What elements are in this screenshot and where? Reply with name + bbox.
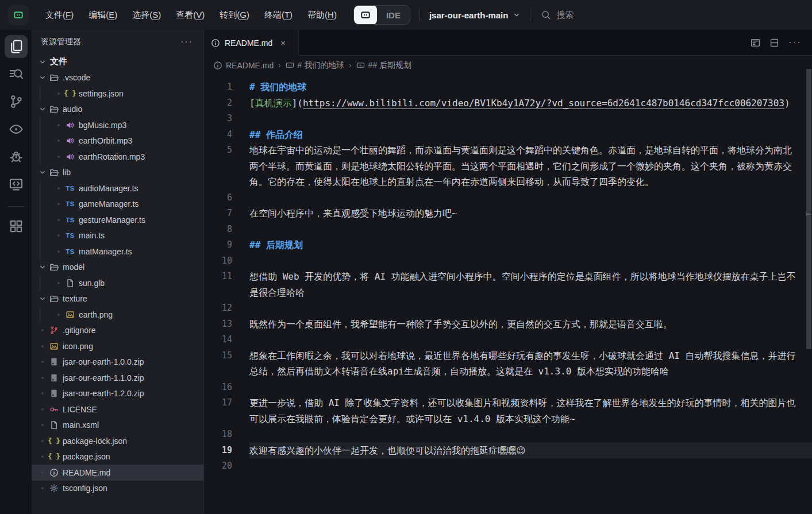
code-line-20[interactable]: 20 (204, 458, 812, 474)
ide-label: IDE (377, 10, 410, 20)
indent-guide (37, 133, 53, 149)
tree-file-package.json[interactable]: { }package.json (32, 449, 203, 465)
tab-readme[interactable]: README.md × (204, 30, 299, 56)
tree-folder-audio[interactable]: audio (32, 102, 203, 118)
code-line-8[interactable]: 8 (204, 222, 812, 238)
line-text (249, 380, 796, 396)
breadcrumb-item[interactable]: ## 后期规划 (356, 60, 411, 71)
tree-file-audioManager.ts[interactable]: TSaudioManager.ts (32, 180, 203, 196)
activity-source-control[interactable] (5, 90, 28, 113)
activity-simulator[interactable] (5, 173, 28, 196)
zip-icon (48, 389, 60, 398)
activity-apps[interactable] (5, 215, 28, 238)
line-text (249, 222, 796, 238)
tree-file-main.ts[interactable]: TSmain.ts (32, 228, 203, 244)
tree-item-label: gestureManager.ts (79, 215, 145, 225)
tree-item-bullet (37, 329, 48, 331)
titlebar-separator (530, 9, 530, 21)
code-line-19[interactable]: 19欢迎有感兴趣的小伙伴一起开发，也顺便可以治治我的拖延症嘿嘿😉 (204, 443, 812, 459)
editor-scrollbar[interactable] (806, 69, 811, 349)
code-line-1[interactable]: 1# 我们的地球 (204, 79, 812, 95)
code-line-18[interactable]: 18 (204, 427, 812, 443)
line-text: 在空间小程序中，来直观感受下地球运动的魅力吧~ (249, 206, 796, 222)
breadcrumb-item[interactable]: # 我们的地球 (286, 60, 345, 71)
chevron-down-icon (37, 74, 48, 82)
code-line-13[interactable]: 13既然作为一个桌面组件，我希望能有一种除了手势交互以外的，更自然的交互方式，那… (204, 316, 812, 333)
code-line-9[interactable]: 9## 后期规划 (204, 237, 812, 253)
tree-file-sun.glb[interactable]: sun.glb (32, 275, 203, 291)
breadcrumb-item[interactable]: README.md (213, 61, 274, 70)
project-switcher[interactable]: jsar-our-earth-main (429, 10, 521, 20)
editor-content[interactable]: 1# 我们的地球2[真机演示](https://www.bilibili.com… (204, 75, 812, 514)
tree-file-earthOrbit.mp3[interactable]: earthOrbit.mp3 (32, 133, 203, 149)
ide-badge-icon (354, 5, 377, 25)
markdown-badge-icon (286, 61, 294, 69)
line-number: 14 (204, 332, 232, 348)
line-text: 地球在宇宙中的运动是一个壮丽的舞蹈，而赤道面与黄道面则是这个舞蹈中的关键角色。赤… (249, 142, 796, 190)
close-icon[interactable]: × (280, 38, 286, 48)
tree-file-LICENSE[interactable]: LICENSE (32, 401, 203, 418)
tree-file-package-lock.json[interactable]: { }package-lock.json (32, 433, 203, 449)
code-line-10[interactable]: 10 (204, 253, 812, 269)
code-line-17[interactable]: 17更进一步说，借助 AI 除了收集文字资料，还可以收集图片和视频资料呀，这样我… (204, 395, 812, 427)
tree-file-gameManager.ts[interactable]: TSgameManager.ts (32, 196, 203, 212)
menu-edit[interactable]: 编辑(E) (81, 0, 125, 30)
tree-file-earthRotation.mp3[interactable]: earthRotation.mp3 (32, 149, 203, 165)
tree-item-bullet (53, 156, 64, 158)
chevron-down-icon (37, 58, 48, 66)
menu-terminal[interactable]: 终端(T) (257, 0, 300, 30)
tree-folder-texture[interactable]: texture (32, 291, 203, 307)
tree-folder-lib[interactable]: lib (32, 165, 203, 181)
code-line-11[interactable]: 11想借助 Web 开发的优势，将 AI 功能融入进空间小程序中。空间小程序的定… (204, 269, 812, 300)
tree-file-settings.json[interactable]: { }settings.json (32, 86, 203, 102)
ide-mode-toggle[interactable]: IDE (353, 5, 410, 25)
tree-file-bgMusic.mp3[interactable]: bgMusic.mp3 (32, 117, 203, 133)
activity-explorer[interactable] (5, 35, 28, 58)
tree-item-label: icon.png (63, 342, 93, 351)
open-preview-button[interactable] (751, 38, 760, 48)
menu-help[interactable]: 帮助(H) (300, 0, 344, 30)
code-line-12[interactable]: 12 (204, 300, 812, 316)
tree-file-earth.png[interactable]: earth.png (32, 307, 203, 323)
tree-file-icon.png[interactable]: icon.png (32, 338, 203, 354)
typescript-icon: TS (64, 217, 76, 223)
tree-file-tsconfig.json[interactable]: tsconfig.json (32, 481, 203, 497)
menu-goto[interactable]: 转到(G) (212, 0, 257, 30)
line-text: 更进一步说，借助 AI 除了收集文字资料，还可以收集图片和视频资料呀，这样我在了… (249, 395, 796, 427)
tree-folder-model[interactable]: model (32, 260, 203, 276)
tree-root-files[interactable]: 文件 (32, 54, 203, 70)
menu-file[interactable]: 文件(F) (38, 0, 81, 30)
tree-file-matManager.ts[interactable]: TSmatManager.ts (32, 244, 203, 260)
tree-file-.gitignore[interactable]: .gitignore (32, 323, 203, 339)
code-line-14[interactable]: 14 (204, 332, 812, 348)
tree-file-jsar-our-earth-1.0.0.zip[interactable]: jsar-our-earth-1.0.0.zip (32, 354, 203, 370)
line-number: 8 (204, 222, 232, 238)
code-line-6[interactable]: 6 (204, 190, 812, 206)
more-actions-button[interactable]: ··· (788, 37, 802, 48)
code-line-5[interactable]: 5地球在宇宙中的运动是一个壮丽的舞蹈，而赤道面与黄道面则是这个舞蹈中的关键角色。… (204, 142, 812, 190)
activity-search[interactable] (5, 63, 28, 86)
tree-file-gestureManager.ts[interactable]: TSgestureManager.ts (32, 212, 203, 228)
menu-view[interactable]: 查看(V) (168, 0, 212, 30)
file-tree: 文件.vscode{ }settings.jsonaudiobgMusic.mp… (32, 54, 203, 514)
code-line-16[interactable]: 16 (204, 380, 812, 396)
tree-file-main.xsml[interactable]: main.xsml (32, 418, 203, 434)
typescript-icon: TS (64, 248, 76, 255)
code-line-15[interactable]: 15想象在工作闲暇之余，我可以对着地球说，最近世界各地有哪些好玩有趣的事发生呀，… (204, 348, 812, 380)
global-search[interactable]: 搜索 (541, 10, 574, 21)
activity-preview[interactable] (5, 118, 28, 141)
audio-icon (64, 136, 76, 145)
code-line-3[interactable]: 3 (204, 111, 812, 127)
tree-folder-.vscode[interactable]: .vscode (32, 70, 203, 86)
menu-selection[interactable]: 选择(S) (125, 0, 168, 30)
code-line-2[interactable]: 2[真机演示](https://www.bilibili.com/video/B… (204, 95, 812, 111)
tree-file-jsar-our-earth-1.1.0.zip[interactable]: jsar-our-earth-1.1.0.zip (32, 370, 203, 386)
app-logo[interactable] (8, 5, 29, 25)
split-editor-button[interactable] (769, 38, 779, 48)
code-line-4[interactable]: 4## 作品介绍 (204, 127, 812, 143)
activity-debug[interactable] (5, 145, 28, 168)
explorer-more-actions[interactable]: ··· (180, 37, 193, 47)
code-line-7[interactable]: 7在空间小程序中，来直观感受下地球运动的魅力吧~ (204, 206, 812, 222)
tree-file-README.md[interactable]: README.md (32, 465, 203, 481)
tree-file-jsar-our-earth-1.2.0.zip[interactable]: jsar-our-earth-1.2.0.zip (32, 386, 203, 402)
